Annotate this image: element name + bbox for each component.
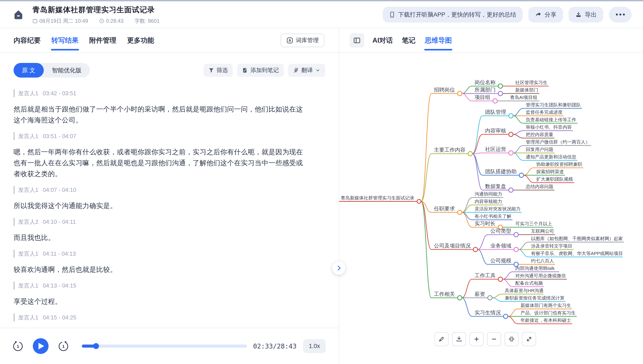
mindmap-node-label[interactable]: 团队搭建协助 — [485, 168, 517, 174]
mindmap-edit-button[interactable] — [435, 332, 449, 346]
mindmap-node-label[interactable]: 主要工作内容 — [434, 147, 465, 153]
replay-button[interactable]: 1 — [12, 340, 24, 352]
mindmap-node-circle[interactable] — [468, 152, 472, 156]
mindmap-node-label[interactable]: 探索招聘渠道 — [536, 169, 564, 174]
fit-view-button[interactable] — [505, 332, 519, 346]
play-button[interactable] — [33, 338, 49, 354]
translate-button[interactable]: 翻译 — [288, 64, 325, 77]
mindmap-node-label[interactable]: 青岛AI项目组 — [510, 95, 537, 100]
transcript-entry[interactable]: 发言人1 03:42 - 03:51 然后就是相当于跟他们做了一个半个小时的采访… — [14, 89, 325, 126]
transcript-scroll-area[interactable]: 原 文 智能优化版 筛选 添加到笔记 — [0, 53, 339, 328]
mindmap-node-circle[interactable] — [473, 247, 478, 252]
mindmap-node-label[interactable]: 内容审核 — [485, 128, 506, 134]
mindmap-node-label[interactable]: 涉及录音转文字项目 — [531, 244, 572, 248]
mindmap-node-label[interactable]: 通知产品更新和活动信息 — [526, 154, 576, 159]
mindmap-node-circle[interactable] — [509, 151, 513, 155]
mindmap-node-label[interactable]: 数据复盘 — [485, 183, 506, 189]
mindmap-node-label[interactable]: 实习生情况 — [475, 310, 501, 316]
mindmap-node-label[interactable]: 有小红书相关了解 — [475, 214, 511, 219]
mindmap-node-label[interactable]: 薪资 — [475, 291, 485, 297]
mindmap-node-circle[interactable] — [514, 247, 518, 252]
mindmap-node-label[interactable]: 管理用户微信群（约一两百人） — [526, 140, 590, 144]
mindmap-node-label[interactable]: 沟通协同能力 — [475, 192, 502, 196]
mindmap-node-circle[interactable] — [514, 232, 518, 237]
mindmap-node-circle[interactable] — [498, 91, 503, 96]
mindmap-node-label[interactable]: 岗位名称 — [475, 79, 496, 85]
mindmap-node-label[interactable]: 项目组 — [475, 94, 490, 100]
progress-bar[interactable] — [82, 344, 247, 348]
mindmap-node-circle[interactable] — [417, 200, 421, 204]
mindmap-node-label[interactable]: 内部沟通使用韩talk — [515, 266, 555, 271]
mindmap-node-circle[interactable] — [509, 132, 513, 136]
optimized-version-option[interactable]: 智能优化版 — [44, 63, 90, 78]
tab-notes[interactable]: 笔记 — [402, 28, 416, 52]
vocab-manage-button[interactable]: A 词库管理 — [281, 34, 324, 47]
mindmap-node-label[interactable]: 工作工具 — [475, 272, 496, 278]
panel-toggle-button[interactable] — [350, 33, 364, 48]
mindmap-node-circle[interactable] — [498, 84, 503, 88]
mindmap-node-label[interactable]: 产品、设计部门也有实习生 — [520, 310, 576, 315]
mindmap-node-label[interactable]: 具体薪资与HR沟通 — [505, 288, 543, 293]
tab-content-summary[interactable]: 内容纪要 — [14, 28, 41, 52]
mindmap-node-label[interactable]: 新媒体部门有两个实习生 — [520, 303, 571, 308]
progress-thumb[interactable] — [93, 343, 99, 349]
transcript-entry[interactable]: 发言人2 04:10 - 04:11 而且我也比。 — [14, 218, 325, 243]
mindmap-node-circle[interactable] — [498, 277, 503, 282]
tab-more-features[interactable]: 更多功能 — [127, 28, 154, 52]
mindmap-node-label[interactable]: 约七八百人 — [531, 258, 554, 263]
mindmap-node-circle[interactable] — [458, 91, 462, 96]
mindmap-node-label[interactable]: 公司规模 — [490, 258, 511, 264]
mindmap-node-label[interactable]: 总结内容问题 — [526, 184, 553, 189]
forward-button[interactable]: 1 — [58, 340, 69, 352]
mindmap-node-label[interactable]: 实习时长 — [475, 220, 496, 226]
mindmap-node-label[interactable]: 兼职薪资按任务完成情况计算 — [505, 296, 564, 300]
mindmap-node-label[interactable]: 所属部门 — [475, 87, 496, 93]
mindmap-node-label[interactable]: 社区运营 — [485, 146, 506, 152]
mindmap-node-circle[interactable] — [493, 99, 497, 103]
transcript-entry[interactable]: 发言人1 03:51 - 04:07 嗯，然后一年两年你有什么收获，或者呃你跟你… — [14, 132, 325, 180]
mindmap-node-label[interactable]: 任职要求 — [434, 206, 455, 212]
mindmap-node-label[interactable]: 以图库（如包图网、千图网类似素材网）起家 — [531, 236, 623, 241]
mindmap-node-label[interactable]: 内容审核能力 — [475, 199, 502, 204]
mindmap-node-label[interactable]: 审核小红书、抖音内容 — [526, 124, 572, 130]
mindmap-node-label[interactable]: 管理实习生团队和兼职团队 — [526, 102, 581, 107]
filter-button[interactable]: 筛选 — [204, 64, 233, 77]
add-to-note-button[interactable]: 添加到笔记 — [237, 64, 284, 77]
mindmap-node-label[interactable]: 扩大兼职团队规模 — [536, 176, 573, 182]
original-text-option[interactable]: 原 文 — [14, 63, 44, 78]
mindmap-node-label[interactable]: 社区管理实习生 — [515, 80, 547, 85]
download-app-banner[interactable]: 下载打开听脑APP，更快的转写，更好的总结 — [383, 7, 523, 22]
mindmap-canvas-area[interactable]: 青岛新媒体社群管理实习生面试记录招聘岗位岗位名称社区管理实习生所属部门新媒体部门… — [339, 53, 643, 364]
transcript-entry[interactable]: 发言人1 04:13 - 04:15 享受这个过程。 — [14, 282, 325, 307]
mindmap-node-label[interactable]: 协助兼职投资招聘兼职 — [536, 162, 582, 167]
mindmap-node-label[interactable]: 年龄接近，有本科和硕士 — [520, 318, 571, 323]
mindmap-node-label[interactable]: 公司及项目情况 — [434, 243, 471, 249]
mindmap-node-label[interactable]: 回复用户问题 — [526, 147, 553, 152]
export-button[interactable]: 导出 — [569, 7, 603, 22]
mindmap-node-circle[interactable] — [458, 296, 462, 300]
mindmap-node-circle[interactable] — [519, 173, 524, 178]
mindmap-node-label[interactable]: 互联网公司 — [531, 228, 554, 234]
mindmap-node-label[interactable]: 对外沟通可用企微或微信 — [515, 273, 566, 278]
playback-speed-button[interactable]: 1.0x — [303, 339, 326, 353]
mindmap-node-label[interactable]: 有猴子音乐、虎歌网、华大等APP或网站项目 — [531, 251, 623, 256]
mindmap-node-circle[interactable] — [509, 114, 513, 118]
mindmap-node-label[interactable]: 业务领域 — [490, 243, 511, 249]
mindmap-node-label[interactable]: 灵活应对突发状况能力 — [475, 206, 520, 211]
fullscreen-button[interactable] — [522, 332, 536, 346]
mindmap-node-label[interactable]: 可实习三个月以上 — [515, 221, 552, 226]
mindmap-node-circle[interactable] — [503, 314, 508, 318]
tab-attachment-manage[interactable]: 附件管理 — [89, 28, 116, 52]
mindmap-node-label[interactable]: 新媒体部门 — [515, 88, 538, 92]
more-button[interactable] — [609, 7, 632, 22]
tab-ai-chat[interactable]: AI对话 — [373, 28, 393, 52]
zoom-in-button[interactable] — [470, 332, 484, 346]
transcript-entry[interactable]: 发言人1 04:11 - 04:13 较喜欢沟通啊，然后也就是比较。 — [14, 250, 325, 275]
mindmap-node-label[interactable]: 招聘岗位 — [434, 87, 455, 93]
mindmap-node-label[interactable]: 配备台式电脑 — [515, 280, 543, 286]
zoom-out-button[interactable] — [487, 332, 501, 346]
share-button[interactable]: 分享 — [528, 7, 563, 22]
mindmap-node-label[interactable]: 负责基础链接上传等工作 — [526, 117, 576, 122]
mindmap-node-label[interactable]: 公司类型 — [490, 228, 511, 234]
mindmap-node-label[interactable]: 青岛新媒体社群管理实习生面试记录 — [341, 195, 414, 200]
